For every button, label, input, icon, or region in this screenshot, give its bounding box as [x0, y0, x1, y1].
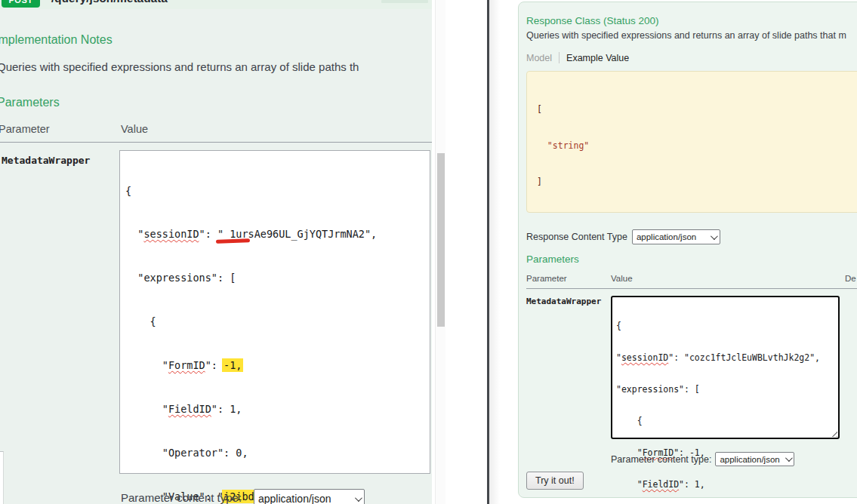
parameter-name: MetadataWrapper: [2, 155, 90, 166]
column-header-parameter: Parameter: [526, 274, 567, 283]
misspelled-word: sessionID: [143, 228, 199, 240]
chevron-down-icon: [785, 454, 793, 462]
response-content-type-select[interactable]: application/json: [632, 229, 720, 244]
response-content-type-row: Response Content Type application/json: [526, 229, 720, 244]
json-body-text: { "sessionID": "cozc1ftJclEuWBLvthJk2g2"…: [612, 297, 838, 498]
code-line: ":: [211, 403, 230, 415]
operation-content: Implementation Notes Queries with specif…: [0, 9, 432, 504]
window-edge-shadow: [489, 0, 500, 504]
code-line: ": 1,: [679, 479, 705, 490]
left-browser-window: POST /query/json/metadata Implementation…: [0, 0, 445, 504]
column-header-parameter: Parameter: [0, 123, 50, 135]
code-line: {: [125, 185, 131, 197]
code-line: ": [125, 403, 168, 415]
parameters-heading: Parameters: [526, 254, 579, 265]
column-header-value: Value: [121, 123, 148, 135]
code-line: ": "cozc1ftJclEuWBLvthJk2g2",: [668, 352, 820, 363]
model-example-tabs: ModelExample Value: [526, 51, 629, 64]
misspelled-word: FieldID: [168, 403, 211, 415]
yellow-highlight-formid-value: -1,: [222, 358, 243, 372]
http-method-badge: POST: [2, 0, 40, 8]
code-line: {: [616, 321, 621, 331]
code-line: ": "_1ursAe96UL_GjYQTJrmNA2",: [199, 228, 378, 240]
tab-example-value[interactable]: Example Value: [566, 53, 629, 63]
code-line: {: [125, 315, 156, 327]
parameters-heading: Parameters: [0, 96, 60, 109]
chevron-down-icon: [711, 232, 718, 240]
code-line: [: [537, 104, 542, 115]
parameter-content-type-row: Parameter content type: application/json: [611, 452, 794, 466]
tab-separator: [559, 52, 560, 63]
right-browser-window: Response Class (Status 200) Queries with…: [487, 0, 857, 504]
select-value: application/json: [637, 232, 696, 241]
code-line: [537, 140, 547, 151]
code-line: "expressions": [: [616, 384, 700, 395]
example-value-box: [ "string" ]: [526, 71, 857, 213]
misspelled-word: sessionID: [621, 352, 668, 363]
code-line: ": [125, 228, 143, 240]
json-body-text: { "sessionID": "_1ursAe96UL_GjYQTJrmNA2"…: [120, 151, 430, 504]
code-line: ":: [205, 359, 223, 371]
column-header-description: De: [845, 274, 856, 283]
example-value-code: [ "string" ]: [527, 72, 857, 220]
select-value: application/json: [258, 493, 331, 504]
response-class-heading: Response Class (Status 200): [526, 15, 659, 26]
tab-model[interactable]: Model: [526, 53, 552, 63]
response-class-description: Queries with specified expressions and r…: [526, 30, 846, 41]
code-line: "string": [547, 140, 589, 151]
table-header-rule: [0, 142, 432, 143]
parameter-name: MetadataWrapper: [526, 297, 601, 306]
body-parameter-textarea[interactable]: { "sessionID": "cozc1ftJclEuWBLvthJk2g2"…: [611, 296, 840, 439]
code-line: ": [616, 479, 643, 490]
operation-content-panel: Response Class (Status 200) Queries with…: [518, 2, 857, 498]
implementation-notes-heading: Implementation Notes: [0, 33, 113, 47]
chevron-down-icon: [355, 494, 362, 502]
code-line: ": [616, 352, 621, 363]
code-line: "expressions": [: [125, 272, 236, 284]
endpoint-path[interactable]: /query/json/metadata: [51, 0, 168, 5]
screenshot-root: { "colors": { "method_green": "#10a54a",…: [0, 0, 857, 504]
code-line: "Operator": 0,: [125, 447, 248, 459]
misspelled-word: FieldID: [643, 479, 679, 490]
implementation-notes-text: Queries with specified expressions and r…: [0, 60, 359, 73]
try-it-out-button[interactable]: Try it out!: [526, 472, 584, 490]
content-box-corner: [0, 451, 4, 504]
clipped-link-remnant: [381, 0, 428, 3]
misspelled-word: FormID: [168, 359, 205, 371]
parameter-content-type-label: Parameter content type:: [611, 454, 711, 465]
column-header-value: Value: [611, 274, 633, 283]
body-parameter-textarea[interactable]: { "sessionID": "_1ursAe96UL_GjYQTJrmNA2"…: [119, 150, 430, 474]
code-line: ": [125, 359, 168, 371]
parameter-content-type-select[interactable]: application/json: [715, 452, 794, 466]
select-value: application/json: [720, 455, 779, 464]
scrollbar-thumb[interactable]: [437, 153, 445, 327]
parameter-content-type-label: Parameter content type:: [121, 491, 242, 504]
code-line: ]: [537, 177, 542, 187]
response-content-type-label: Response Content Type: [526, 232, 627, 242]
parameter-content-type-select[interactable]: application/json: [254, 489, 365, 504]
code-line: {: [616, 416, 643, 426]
left-window-scrollbar[interactable]: [435, 0, 445, 504]
fieldid-value: 1,: [230, 403, 242, 415]
table-header-rule: [526, 288, 857, 289]
